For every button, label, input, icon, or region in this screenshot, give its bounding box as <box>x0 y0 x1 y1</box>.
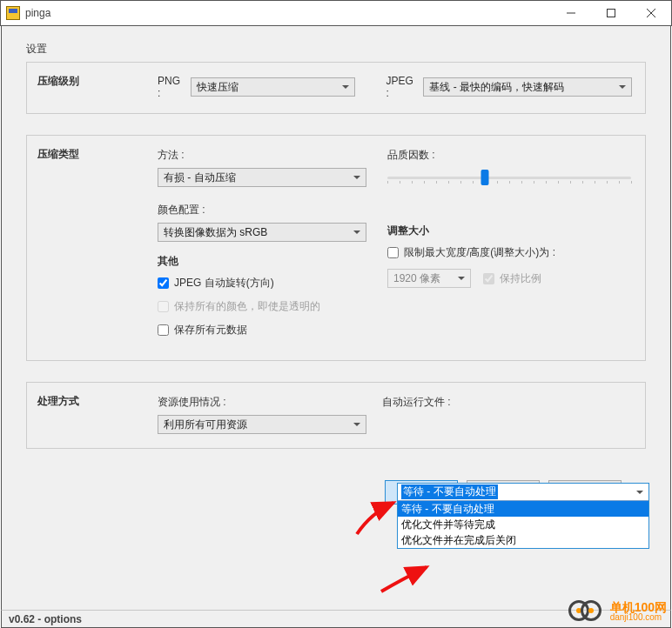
method-select[interactable]: 有损 - 自动压缩 <box>158 168 366 187</box>
status-text: v0.62 - options <box>9 613 82 625</box>
autorun-option-list: 等待 - 不要自动处理 优化文件并等待完成 优化文件并在完成后关闭 <box>398 501 648 548</box>
group-compression-type-label: 压缩类型 <box>37 147 79 162</box>
limit-size-label: 限制最大宽度/高度(调整大小)为 : <box>404 245 555 260</box>
color-profile-select[interactable]: 转换图像数据为 sRGB <box>158 223 366 242</box>
method-label: 方法 : <box>158 148 387 163</box>
color-label: 颜色配置 : <box>158 203 387 217</box>
autorun-select[interactable]: 等待 - 不要自动处理 等待 - 不要自动处理 优化文件并等待完成 优化文件并在… <box>397 483 649 549</box>
status-bar: v0.62 - options <box>1 610 671 628</box>
group-compression-level: 压缩级别 PNG : 快速压缩 JPEG : 基线 - 最快的编码，快速解码 <box>26 62 646 114</box>
autorun-option[interactable]: 优化文件并等待完成 <box>398 517 648 532</box>
close-button[interactable] <box>631 1 671 25</box>
quality-label: 品质因数 : <box>387 148 631 163</box>
jpeg-label: JPEG : <box>386 75 418 99</box>
resource-label: 资源使用情况 : <box>158 395 382 410</box>
app-icon <box>6 6 20 20</box>
keep-colors-checkbox[interactable]: 保持所有的颜色，即使是透明的 <box>158 299 387 314</box>
title-bar: pinga <box>0 0 672 26</box>
maximize-button[interactable] <box>591 1 631 25</box>
window-title: pinga <box>25 7 50 19</box>
png-label: PNG : <box>158 75 185 99</box>
color-profile-value: 转换图像数据为 sRGB <box>164 225 267 240</box>
other-label: 其他 <box>158 254 387 269</box>
resize-label: 调整大小 <box>387 224 631 238</box>
autorun-label: 自动运行文件 : <box>382 395 631 410</box>
autorun-option[interactable]: 优化文件并在完成后关闭 <box>398 532 648 548</box>
svg-rect-1 <box>608 10 615 17</box>
keep-metadata-checkbox[interactable]: 保存所有元数据 <box>158 323 387 337</box>
autorun-option[interactable]: 等待 - 不要自动处理 <box>398 501 648 517</box>
limit-size-checkbox[interactable]: 限制最大宽度/高度(调整大小)为 : <box>387 245 631 260</box>
client-area: 设置 压缩级别 PNG : 快速压缩 JPEG : 基线 - 最快的编码，快速解… <box>1 26 671 610</box>
minimize-button[interactable] <box>551 1 591 25</box>
group-processing-label: 处理方式 <box>37 394 79 409</box>
keep-colors-label: 保持所有的颜色，即使是透明的 <box>174 299 320 314</box>
jpeg-compression-select[interactable]: 基线 - 最快的编码，快速解码 <box>423 77 632 97</box>
jpeg-autorotate-checkbox[interactable]: JPEG 自动旋转(方向) <box>158 276 387 291</box>
max-size-value: 1920 像素 <box>393 271 440 286</box>
jpeg-compression-value: 基线 - 最快的编码，快速解码 <box>429 80 564 95</box>
png-compression-select[interactable]: 快速压缩 <box>191 77 355 97</box>
method-value: 有损 - 自动压缩 <box>164 170 236 185</box>
resource-value: 利用所有可用资源 <box>164 418 247 432</box>
autorun-select-value: 等待 - 不要自动处理 <box>401 484 498 499</box>
window-buttons <box>551 1 671 25</box>
jpeg-autorotate-label: JPEG 自动旋转(方向) <box>174 276 274 291</box>
group-compression-level-label: 压缩级别 <box>37 74 79 89</box>
keep-metadata-label: 保存所有元数据 <box>174 323 247 337</box>
max-size-select[interactable]: 1920 像素 <box>387 269 471 288</box>
annotation-arrow-icon <box>378 562 439 599</box>
quality-slider[interactable] <box>387 168 631 187</box>
keep-ratio-checkbox[interactable]: 保持比例 <box>483 271 541 286</box>
page-title: 设置 <box>26 42 646 57</box>
keep-ratio-label: 保持比例 <box>500 271 541 286</box>
png-compression-value: 快速压缩 <box>197 80 239 95</box>
group-processing: 处理方式 资源使用情况 : 利用所有可用资源 自动运行文件 : <box>26 382 646 449</box>
autorun-select-display[interactable]: 等待 - 不要自动处理 <box>398 484 648 501</box>
group-compression-type: 压缩类型 方法 : 有损 - 自动压缩 颜色配置 : 转换图像数据为 sRGB … <box>26 135 646 361</box>
resource-select[interactable]: 利用所有可用资源 <box>158 415 366 434</box>
